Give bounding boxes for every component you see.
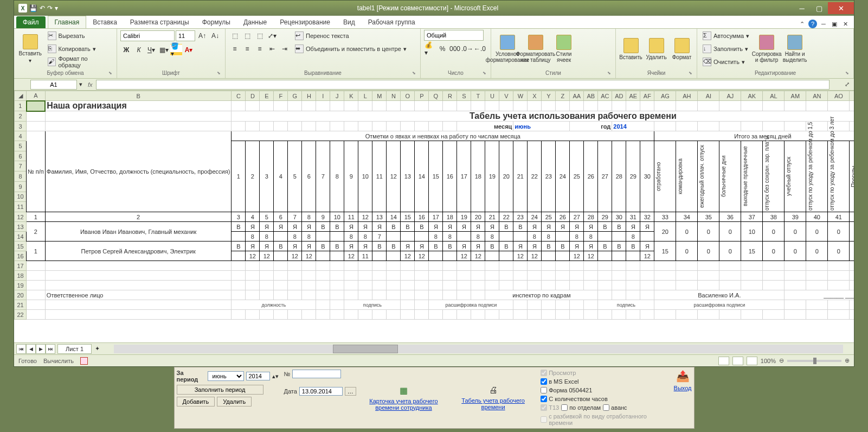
row-header[interactable]: 21 xyxy=(15,300,27,310)
fill-color-button[interactable]: 🪣▾ xyxy=(170,44,182,56)
qat-undo[interactable]: ↶ xyxy=(40,4,45,12)
col-header[interactable]: N xyxy=(387,91,401,101)
row-header[interactable]: 9 xyxy=(15,181,27,192)
font-size-select[interactable] xyxy=(176,30,195,41)
col-header[interactable]: R xyxy=(443,91,457,101)
formula-input[interactable] xyxy=(96,80,830,90)
col-header[interactable]: U xyxy=(485,91,499,101)
view-normal-button[interactable] xyxy=(718,357,729,365)
autosum-button[interactable]: ΣАвтосумма▾ xyxy=(700,30,751,42)
row-header[interactable]: 11 xyxy=(15,202,27,212)
ribbon-minimize-icon[interactable]: ⌃ xyxy=(798,20,806,28)
date-picker-button[interactable]: … xyxy=(345,387,356,396)
merge-center-button[interactable]: ⬌Объединить и поместить в центре▾ xyxy=(293,43,409,55)
dec-decimal-button[interactable]: ←.0 xyxy=(474,43,486,55)
col-header[interactable]: A xyxy=(27,91,46,101)
inc-decimal-button[interactable]: .0→ xyxy=(461,43,473,55)
find-select-button[interactable]: Найти и выделить xyxy=(782,30,808,68)
col-header[interactable]: AN xyxy=(806,91,828,101)
col-header[interactable]: C xyxy=(232,91,246,101)
row-header[interactable]: 18 xyxy=(15,271,27,281)
zoom-slider[interactable] xyxy=(787,360,841,362)
maximize-button[interactable]: ▢ xyxy=(811,2,828,14)
year-spinner[interactable]: ▴▾ xyxy=(272,373,279,380)
number-format-select[interactable] xyxy=(424,30,484,41)
orientation-button[interactable]: ⤢▾ xyxy=(266,30,278,42)
close-button[interactable]: ✕ xyxy=(828,2,854,14)
row-header[interactable]: 6 xyxy=(15,151,27,161)
font-color-button[interactable]: A▾ xyxy=(183,44,195,56)
percent-button[interactable]: % xyxy=(436,43,448,55)
align-top-button[interactable]: ⬚ xyxy=(229,30,241,42)
form-checkbox[interactable] xyxy=(541,387,547,393)
qat-more[interactable]: ▾ xyxy=(55,4,58,12)
sheet-tab-1[interactable]: Лист 1 xyxy=(57,344,92,354)
cell-styles-button[interactable]: Стили ячеек xyxy=(551,30,577,68)
indent-inc-button[interactable]: ⇥ xyxy=(279,43,291,55)
row-header[interactable]: 7 xyxy=(15,161,27,171)
col-header[interactable]: D xyxy=(246,91,260,101)
insert-cells-button[interactable]: Вставить xyxy=(619,30,642,68)
qat-redo[interactable]: ↷ xyxy=(47,4,53,12)
row-header[interactable]: 15 xyxy=(15,242,27,251)
tab-view[interactable]: Вид xyxy=(337,16,362,28)
italic-button[interactable]: К xyxy=(133,44,145,56)
sheet-nav-prev[interactable]: ◀ xyxy=(26,344,36,354)
tab-layout[interactable]: Разметка страницы xyxy=(124,16,196,28)
grow-font-button[interactable]: A↑ xyxy=(196,30,208,42)
period-month-select[interactable]: июнь xyxy=(208,371,244,381)
indent-dec-button[interactable]: ⇤ xyxy=(266,43,278,55)
align-left-button[interactable]: ≡ xyxy=(229,43,241,55)
new-sheet-button[interactable]: ✦ xyxy=(92,345,103,352)
row-header[interactable]: 4 xyxy=(15,131,27,141)
align-middle-button[interactable]: ⬚ xyxy=(241,30,253,42)
col-header[interactable]: AF xyxy=(640,91,654,101)
paste-button[interactable]: Вставить▾ xyxy=(17,30,43,68)
col-header[interactable]: AP xyxy=(850,91,854,101)
col-header[interactable]: S xyxy=(457,91,471,101)
row-header[interactable]: 19 xyxy=(15,281,27,290)
col-header[interactable]: AA xyxy=(570,91,584,101)
exit-link[interactable]: Выход xyxy=(674,385,692,391)
org-name[interactable]: Наша организация xyxy=(45,101,232,111)
avans-checkbox[interactable] xyxy=(603,404,609,411)
row-header[interactable]: 22 xyxy=(15,310,27,320)
delete-button[interactable]: Удалить xyxy=(217,397,252,406)
font-name-select[interactable] xyxy=(120,30,175,41)
col-header[interactable]: W xyxy=(513,91,528,101)
name-box[interactable] xyxy=(30,80,77,90)
copy-button[interactable]: ⎘Копировать▾ xyxy=(46,43,113,55)
row-header[interactable]: 14 xyxy=(15,232,27,242)
shrink-font-button[interactable]: A↓ xyxy=(209,30,221,42)
tab-insert[interactable]: Вставка xyxy=(86,16,124,28)
namebox-dropdown[interactable]: ▾ xyxy=(77,81,85,88)
row-header[interactable]: 5 xyxy=(15,141,27,151)
col-header[interactable]: AO xyxy=(828,91,850,101)
help-icon[interactable]: ? xyxy=(808,20,817,28)
col-header[interactable]: AJ xyxy=(719,91,741,101)
tab-file[interactable]: Файл xyxy=(16,16,46,28)
date-input[interactable] xyxy=(299,387,343,396)
align-right-button[interactable]: ≡ xyxy=(254,43,266,55)
col-header[interactable]: AK xyxy=(741,91,763,101)
doc-minimize-icon[interactable]: ─ xyxy=(819,20,828,28)
cut-button[interactable]: ✂Вырезать xyxy=(46,30,113,42)
horizontal-scrollbar[interactable] xyxy=(114,345,843,353)
col-header[interactable]: L xyxy=(358,91,372,101)
hours-checkbox[interactable] xyxy=(541,396,547,402)
bydept-checkbox[interactable] xyxy=(561,404,568,411)
col-header[interactable]: AI xyxy=(698,91,719,101)
zoom-in-button[interactable]: ⊕ xyxy=(845,357,850,364)
col-header[interactable]: F xyxy=(274,91,288,101)
view-layout-button[interactable] xyxy=(732,357,743,365)
period-year-input[interactable] xyxy=(246,372,270,380)
format-cells-button[interactable]: Формат xyxy=(670,30,693,68)
row-header[interactable]: 2 xyxy=(15,111,27,122)
col-header[interactable]: B xyxy=(45,91,232,101)
status-record-icon[interactable] xyxy=(80,357,88,365)
no-input[interactable] xyxy=(292,370,341,378)
sort-filter-button[interactable]: Сортировка и фильтр xyxy=(754,30,780,68)
row-header[interactable]: 13 xyxy=(15,222,27,232)
sheet-nav-first[interactable]: ⏮ xyxy=(16,344,26,354)
col-header[interactable]: AH xyxy=(676,91,698,101)
